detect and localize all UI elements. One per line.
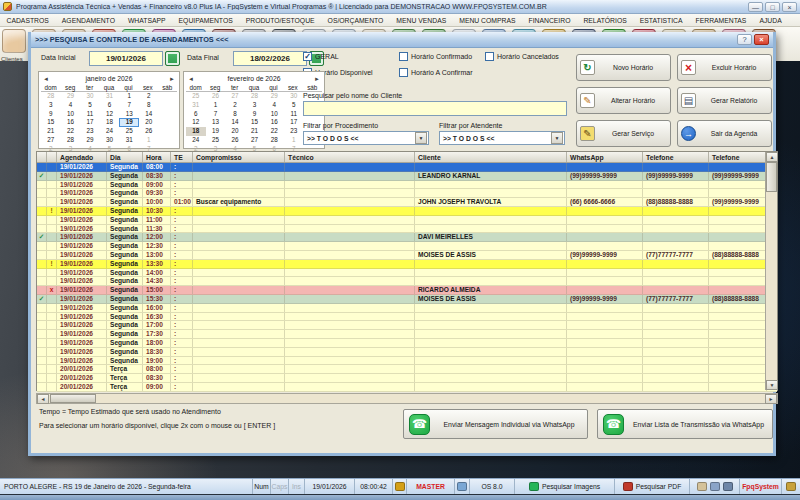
printer-icon[interactable] bbox=[710, 482, 720, 491]
calendar-day[interactable]: 30 bbox=[80, 92, 100, 101]
calendar-day[interactable]: 26 bbox=[225, 136, 245, 145]
calendar-day[interactable]: 30 bbox=[284, 92, 304, 101]
monitor-icon[interactable] bbox=[723, 482, 733, 491]
calendar-day[interactable]: 16 bbox=[264, 118, 284, 127]
button-novo-horario[interactable]: ↻Novo Horário bbox=[576, 54, 671, 81]
menu-item-equipamentos[interactable]: EQUIPAMENTOS bbox=[172, 17, 239, 24]
calendar-day[interactable]: 1 bbox=[139, 136, 159, 145]
vertical-scrollbar[interactable]: ▲ ▼ bbox=[765, 152, 777, 390]
calendar-day[interactable]: 10 bbox=[61, 110, 81, 119]
calendar-day[interactable]: 11 bbox=[284, 110, 304, 119]
calendar-day[interactable]: 5 bbox=[80, 101, 100, 110]
date-end-input[interactable]: 18/02/2026 bbox=[233, 51, 307, 66]
schedule-row[interactable]: 19/01/2026Segunda09:30: bbox=[37, 189, 777, 198]
calendar-day[interactable]: 17 bbox=[284, 118, 304, 127]
schedule-row[interactable]: 20/01/2026Terça08:30: bbox=[37, 374, 777, 383]
calendar-day[interactable]: 12 bbox=[100, 110, 120, 119]
calendar-day[interactable]: 13 bbox=[206, 118, 226, 127]
calendar-day[interactable]: 17 bbox=[80, 118, 100, 127]
vertical-scroll-thumb[interactable] bbox=[766, 162, 777, 192]
menu-item-os-orcamento[interactable]: OS/ORÇAMENTO bbox=[321, 17, 390, 24]
calendar-day[interactable]: 1 bbox=[284, 136, 304, 145]
calendar-day[interactable]: 31 bbox=[186, 101, 206, 110]
filter-select-filtrar-por-procedimento[interactable]: >> T O D O S <<▼ bbox=[303, 131, 429, 145]
calendar-day[interactable]: 25 bbox=[206, 136, 226, 145]
schedule-row[interactable]: 19/01/2026Segunda09:00: bbox=[37, 181, 777, 190]
calendar-day[interactable]: 3 bbox=[41, 101, 61, 110]
schedule-row[interactable]: 19/01/2026Segunda16:30: bbox=[37, 313, 777, 322]
menu-item-ajuda[interactable]: AJUDA bbox=[753, 17, 788, 24]
filter-select-filtrar-por-atendente[interactable]: >> T O D O S <<▼ bbox=[439, 131, 565, 145]
calendar-day[interactable]: 18 bbox=[186, 127, 206, 136]
calendar-day[interactable]: 23 bbox=[284, 127, 304, 136]
calendar-day[interactable]: 22 bbox=[61, 127, 81, 136]
folder-icon[interactable] bbox=[697, 482, 707, 491]
calendar-day[interactable]: 31 bbox=[100, 92, 120, 101]
calendar-day[interactable]: 19 bbox=[206, 127, 226, 136]
checkbox-horario-confirmado[interactable]: Horário Confirmado bbox=[399, 52, 472, 61]
menu-item-whatsapp[interactable]: WHATSAPP bbox=[121, 17, 172, 24]
calendar-day[interactable]: 7 bbox=[119, 101, 139, 110]
search-images-button[interactable]: Pesquisar Imagens bbox=[515, 479, 615, 494]
schedule-row[interactable]: x19/01/2026Segunda15:00:RICARDO ALMEIDA bbox=[37, 286, 777, 295]
checkbox-horario-cancelados[interactable]: Horário Cancelados bbox=[485, 52, 559, 61]
calendar-day[interactable]: 4 bbox=[264, 101, 284, 110]
schedule-row[interactable]: !19/01/2026Segunda13:30: bbox=[37, 260, 777, 269]
calendar-day[interactable]: 29 bbox=[61, 92, 81, 101]
calendar-day[interactable]: 11 bbox=[80, 110, 100, 119]
next-month-icon[interactable]: ► bbox=[312, 76, 322, 82]
calendar-day[interactable]: 25 bbox=[186, 92, 206, 101]
schedule-row[interactable]: 20/01/2026Terça08:00: bbox=[37, 365, 777, 374]
calendar-day[interactable]: 28 bbox=[264, 136, 284, 145]
schedule-row[interactable]: 19/01/2026Segunda18:00: bbox=[37, 339, 777, 348]
dialog-titlebar[interactable]: >>> PESQUISA E CONTROLE DE AGENDAMENTOS … bbox=[31, 32, 773, 48]
dialog-help-button[interactable]: ? bbox=[737, 34, 752, 45]
menu-item-financeiro[interactable]: FINANCEIRO bbox=[522, 17, 577, 24]
scroll-down-icon[interactable]: ▼ bbox=[766, 380, 778, 390]
button-excluir-horario[interactable]: ×Excluir Horário bbox=[677, 54, 772, 81]
prev-month-icon[interactable]: ◄ bbox=[186, 76, 196, 82]
menu-item-estatistica[interactable]: ESTATISTICA bbox=[633, 17, 689, 24]
calendar-day[interactable]: 20 bbox=[225, 127, 245, 136]
calendar-day[interactable]: 9 bbox=[41, 110, 61, 119]
calendar-day[interactable]: 27 bbox=[41, 136, 61, 145]
calendar-day[interactable]: 6 bbox=[100, 101, 120, 110]
calendar-day[interactable]: 30 bbox=[100, 136, 120, 145]
calendar-day[interactable]: 9 bbox=[245, 110, 265, 119]
calendar-day[interactable]: 15 bbox=[41, 118, 61, 127]
minimize-button[interactable]: — bbox=[748, 2, 763, 12]
horizontal-scrollbar[interactable]: ◄ ► bbox=[36, 393, 778, 404]
next-month-icon[interactable]: ► bbox=[167, 76, 177, 82]
close-button[interactable]: × bbox=[782, 2, 797, 12]
calendar-day[interactable]: 8 bbox=[225, 110, 245, 119]
schedule-row[interactable]: 19/01/2026Segunda11:30: bbox=[37, 225, 777, 234]
calendar-day[interactable]: 27 bbox=[245, 136, 265, 145]
calendar-day[interactable]: 4 bbox=[61, 101, 81, 110]
menu-item-menu-vendas[interactable]: MENU VENDAS bbox=[390, 17, 453, 24]
date-start-calendar-icon[interactable] bbox=[165, 51, 180, 66]
calendar-day[interactable]: 1 bbox=[206, 101, 226, 110]
calendar-day[interactable]: 13 bbox=[119, 110, 139, 119]
send-broadcast-whatsapp-button[interactable]: ☎ Enviar Lista de Transmissão via WhatsA… bbox=[597, 409, 773, 439]
schedule-row[interactable]: 19/01/2026Segunda16:00: bbox=[37, 304, 777, 313]
calendar-day[interactable]: 28 bbox=[245, 92, 265, 101]
schedule-row[interactable]: 20/01/2026Terça09:00: bbox=[37, 383, 777, 392]
button-sair-da-agenda[interactable]: →Sair da Agenda bbox=[677, 120, 772, 147]
restore-button[interactable]: □ bbox=[765, 2, 780, 12]
calendar-day[interactable]: 22 bbox=[264, 127, 284, 136]
button-gerar-relatorio[interactable]: ▤Gerar Relatório bbox=[677, 87, 772, 114]
scroll-right-icon[interactable]: ► bbox=[765, 394, 777, 404]
calendar-day[interactable]: 18 bbox=[100, 118, 120, 127]
calendar-day[interactable]: 15 bbox=[245, 118, 265, 127]
calendar-day[interactable]: 7 bbox=[206, 110, 226, 119]
date-start-input[interactable]: 19/01/2026 bbox=[89, 51, 163, 66]
calendar-day[interactable]: 31 bbox=[119, 136, 139, 145]
scroll-left-icon[interactable]: ◄ bbox=[37, 394, 49, 404]
calendar-day[interactable]: 28 bbox=[41, 92, 61, 101]
send-individual-whatsapp-button[interactable]: ☎ Enviar Mensagem Individual via WhatsAp… bbox=[403, 409, 588, 439]
calendar-day[interactable]: 14 bbox=[225, 118, 245, 127]
calendar-day[interactable]: 20 bbox=[139, 118, 159, 127]
search-pdf-button[interactable]: Pesquisar PDF bbox=[615, 479, 690, 494]
schedule-row[interactable]: 19/01/2026Segunda19:00: bbox=[37, 357, 777, 366]
schedule-row[interactable]: ✓19/01/2026Segunda12:00:DAVI MEIRELLES bbox=[37, 233, 777, 242]
